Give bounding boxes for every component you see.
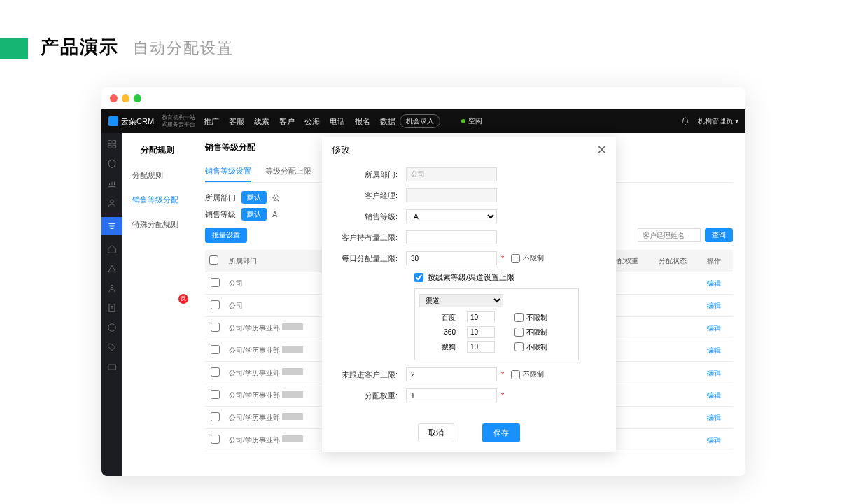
search-input[interactable] bbox=[638, 228, 701, 242]
svg-point-7 bbox=[108, 324, 116, 332]
page-subtitle: 自动分配设置 bbox=[133, 38, 234, 59]
modal-weight-input[interactable] bbox=[406, 388, 497, 402]
save-button[interactable]: 保存 bbox=[482, 424, 520, 442]
sidebar-item-rules[interactable]: 分配规则 bbox=[122, 163, 192, 188]
row-checkbox[interactable] bbox=[211, 278, 220, 287]
maximize-window-icon[interactable] bbox=[134, 94, 141, 102]
row-checkbox[interactable] bbox=[211, 412, 220, 421]
row-dept: 公司/学历事业部 bbox=[225, 317, 334, 340]
edit-link[interactable]: 编辑 bbox=[707, 302, 721, 309]
rail-dashboard-icon[interactable] bbox=[106, 139, 118, 150]
row-checkbox[interactable] bbox=[211, 435, 220, 444]
row-checkbox[interactable] bbox=[211, 390, 220, 399]
tab-level-settings[interactable]: 销售等级设置 bbox=[205, 162, 251, 182]
modal-unfollowed-label: 未跟进客户上限: bbox=[336, 370, 406, 380]
edit-link[interactable]: 编辑 bbox=[707, 279, 721, 287]
nav-item-signup[interactable]: 报名 bbox=[355, 116, 370, 127]
opportunity-entry-button[interactable]: 机会录入 bbox=[400, 114, 440, 128]
modal-unfollowed-input[interactable] bbox=[406, 368, 497, 382]
channel-row: 360 不限制 bbox=[419, 326, 574, 338]
modal-manager-label: 客户经理: bbox=[336, 190, 406, 201]
close-icon[interactable]: × bbox=[597, 142, 606, 158]
row-dept: 公司 bbox=[225, 272, 334, 295]
filter-level-default-chip[interactable]: 默认 bbox=[241, 208, 267, 220]
nav-item-phone[interactable]: 电话 bbox=[330, 116, 345, 127]
edit-link[interactable]: 编辑 bbox=[707, 346, 721, 354]
channel-name: 360 bbox=[419, 328, 461, 336]
filter-dept-label: 所属部门 bbox=[205, 192, 236, 203]
nav-item-customers[interactable]: 客户 bbox=[279, 116, 295, 127]
required-mark: * bbox=[501, 370, 504, 379]
close-window-icon[interactable] bbox=[110, 94, 118, 102]
row-dept: 公司/学历事业部 bbox=[225, 429, 334, 451]
svg-rect-8 bbox=[108, 365, 116, 370]
user-menu[interactable]: 机构管理员 ▾ bbox=[698, 116, 738, 126]
modal-header: 修改 × bbox=[322, 136, 616, 163]
row-checkbox[interactable] bbox=[211, 368, 220, 377]
content-area: 反 销售等级分配 销售等级设置 等级分配上限 所属部门 默认 公 销售等级 默认… bbox=[192, 133, 746, 476]
rail-home-icon[interactable] bbox=[106, 244, 118, 255]
row-checkbox[interactable] bbox=[211, 300, 220, 309]
nav-right: 机构管理员 ▾ bbox=[681, 116, 738, 126]
edit-link[interactable]: 编辑 bbox=[707, 414, 721, 421]
rail-card-icon[interactable] bbox=[106, 361, 118, 372]
rail-phone-icon[interactable] bbox=[106, 322, 118, 333]
row-checkbox[interactable] bbox=[211, 345, 220, 354]
row-dept: 公司/学历事业部 bbox=[225, 340, 334, 362]
rail-shield-icon[interactable] bbox=[106, 158, 118, 169]
nav-item-promo[interactable]: 推广 bbox=[204, 116, 219, 127]
row-dept: 公司 bbox=[225, 295, 334, 317]
modal-hold-input[interactable] bbox=[406, 230, 497, 244]
rail-settings-icon[interactable] bbox=[102, 217, 122, 235]
row-checkbox[interactable] bbox=[211, 323, 220, 332]
rail-user-icon[interactable] bbox=[106, 197, 118, 209]
sidebar-item-sales-level[interactable]: 销售等级分配 bbox=[122, 188, 192, 212]
feedback-badge-icon[interactable]: 反 bbox=[178, 294, 188, 304]
channel-unlimited-check[interactable]: 不限制 bbox=[514, 313, 547, 323]
nav-item-pool[interactable]: 公海 bbox=[304, 116, 320, 127]
header-accent-block bbox=[0, 38, 28, 59]
channel-limit-input[interactable] bbox=[467, 312, 495, 323]
minimize-window-icon[interactable] bbox=[122, 94, 130, 102]
channel-limit-input[interactable] bbox=[467, 326, 495, 338]
page-header: 产品演示 自动分配设置 bbox=[0, 0, 847, 59]
channel-limit-input[interactable] bbox=[467, 341, 495, 353]
nav-item-service[interactable]: 客服 bbox=[229, 116, 244, 127]
rail-tag-icon[interactable] bbox=[106, 342, 118, 353]
logo-text: 云朵CRM bbox=[121, 116, 154, 127]
search-button[interactable]: 查询 bbox=[705, 228, 733, 242]
channel-row: 百度 不限制 bbox=[419, 312, 574, 323]
rail-file-icon[interactable] bbox=[106, 302, 118, 314]
sidebar-item-special[interactable]: 特殊分配规则 bbox=[122, 212, 192, 237]
modal-daily-input[interactable] bbox=[406, 251, 497, 265]
select-all-checkbox[interactable] bbox=[209, 255, 218, 265]
channel-unlimited-check[interactable]: 不限制 bbox=[514, 328, 547, 337]
rail-chart-icon[interactable] bbox=[106, 178, 118, 189]
rail-triangle-icon[interactable] bbox=[106, 263, 118, 274]
filter-dept-value: 公 bbox=[272, 192, 280, 203]
modal-weight-label: 分配权重: bbox=[336, 391, 406, 401]
bell-icon[interactable] bbox=[681, 117, 690, 125]
channel-toggle-checkbox[interactable] bbox=[414, 273, 424, 282]
channel-type-select[interactable]: 渠道 bbox=[419, 294, 503, 307]
edit-modal: 修改 × 所属部门: 客户经理: 销售等级: bbox=[322, 136, 616, 452]
edit-link[interactable]: 编辑 bbox=[707, 324, 721, 332]
filter-dept-default-chip[interactable]: 默认 bbox=[241, 191, 267, 204]
edit-link[interactable]: 编辑 bbox=[707, 369, 721, 377]
tab-level-limit[interactable]: 等级分配上限 bbox=[265, 162, 312, 182]
batch-settings-button[interactable]: 批量设置 bbox=[205, 227, 247, 243]
rail-person-icon[interactable] bbox=[106, 283, 118, 294]
svg-rect-3 bbox=[113, 145, 115, 148]
unfollowed-unlimited-check[interactable]: 不限制 bbox=[511, 370, 544, 379]
cancel-button[interactable]: 取消 bbox=[418, 424, 454, 442]
nav-items: 推广 客服 线索 客户 公海 电话 报名 数据 bbox=[204, 116, 396, 127]
channel-unlimited-check[interactable]: 不限制 bbox=[514, 342, 547, 352]
logo: 云朵CRM 教育机构一站式服务云平台 bbox=[108, 114, 195, 127]
edit-link[interactable]: 编辑 bbox=[707, 436, 721, 444]
edit-link[interactable]: 编辑 bbox=[707, 391, 721, 399]
modal-level-select[interactable]: A bbox=[406, 209, 497, 223]
nav-item-data[interactable]: 数据 bbox=[380, 116, 396, 127]
daily-unlimited-check[interactable]: 不限制 bbox=[511, 253, 544, 263]
modal-dept-label: 所属部门: bbox=[336, 169, 406, 180]
nav-item-leads[interactable]: 线索 bbox=[254, 116, 270, 127]
